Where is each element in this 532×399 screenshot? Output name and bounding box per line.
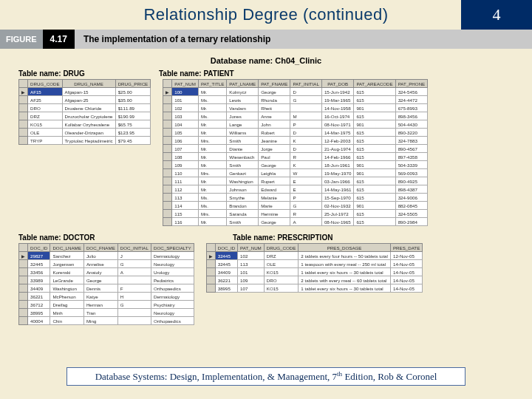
cell: 615 [354, 218, 395, 226]
column-header: PRES_DOSAGE [299, 244, 391, 252]
table-row: 101Ms.LewisRhondaG19-Mar-1965615324-4472 [163, 96, 428, 104]
table-row: 112Mr.JohnsonEdwardE14-May-1961615898-43… [163, 185, 428, 194]
cell: Paul [259, 153, 290, 161]
cell: 890-3220 [395, 129, 428, 137]
cell: Diante [227, 145, 259, 153]
cell: 615 [354, 210, 395, 218]
table-row: 33989LeGrandeGeorgePediatrics [19, 276, 194, 284]
prescription-table-label: Table name: PRESCRIPTION [233, 233, 332, 242]
cell: 897-4358 [395, 153, 428, 161]
cell: 38995 [215, 284, 237, 293]
cell: DRZ [264, 252, 299, 260]
cell: 40004 [28, 317, 50, 325]
cell: Genkazi [227, 169, 259, 177]
cell: Edward [259, 185, 290, 194]
cell: Druzocholar Cryptolene [62, 112, 115, 120]
cell: Smith [227, 161, 259, 169]
cell: Orthopaedics [151, 317, 194, 325]
cell: Neurology [151, 309, 194, 317]
patient-table-label: Table name: PATIENT [159, 69, 234, 78]
cell: E [290, 185, 322, 194]
figure-number: 4.17 [43, 30, 75, 49]
cell: 615 [354, 88, 395, 96]
cell: 615 [354, 153, 395, 161]
cell: Jorge [259, 145, 290, 153]
column-header: DRUG_PRICE [115, 80, 151, 88]
cell: 1 teaspoon with every meal -- 250 ml tot… [299, 260, 391, 268]
table-row: 36221109DRO2 tablets with every meal -- … [206, 276, 423, 284]
cell: 2 tablets every four hours -- 50 tablets… [299, 252, 391, 260]
cell: 33989 [28, 276, 50, 284]
table-row: 32445JorgensenAnneliseGNeurology [19, 260, 194, 268]
table-row: 103Ms.JonesAnneM16-Oct-1974615898-3456 [163, 112, 428, 120]
cell: Rupert [259, 177, 290, 185]
cell: 34409 [28, 284, 50, 293]
figure-label: FIGURE [0, 30, 43, 49]
cell: Chin [50, 317, 84, 325]
cell: 19-Mar-1965 [321, 96, 353, 104]
table-row: ▶100Mr.KolmyczGeorgeD15-Jun-1942615324-5… [163, 88, 428, 96]
table-row: DRODroalene Chloride$111.89 [19, 104, 151, 112]
cell: 113 [172, 194, 199, 202]
cell: Dermatology [151, 252, 194, 260]
cell [117, 276, 151, 284]
cell: $65.75 [115, 120, 151, 129]
cell: Mrs. [198, 137, 226, 145]
column-header: DOC_LNAME [50, 244, 84, 252]
cell: 116 [172, 218, 199, 226]
cell: 15-Sep-1970 [321, 194, 353, 202]
cell: G [117, 301, 151, 309]
cell: 114 [172, 202, 199, 210]
cell: Lewis [227, 96, 259, 104]
cell: 615 [354, 129, 395, 137]
cell: 38995 [28, 309, 50, 317]
column-header: PAT_INITIAL [290, 80, 322, 88]
cell: P [290, 120, 322, 129]
cell: Mr. [198, 177, 226, 185]
page-title: Relationship Degree (continued) [143, 5, 388, 24]
cell: $111.89 [115, 104, 151, 112]
cell: Ms. [198, 96, 226, 104]
cell: 324-5505 [395, 210, 428, 218]
cell: Washington [50, 284, 84, 293]
cell: Hermine [259, 210, 290, 218]
cell: 25-Jul-1972 [321, 210, 353, 218]
cell: 14-Nov-05 [390, 260, 422, 268]
cell: Vandam [227, 104, 259, 112]
cell: 32445 [215, 252, 237, 260]
cell: M [290, 112, 322, 120]
column-header: PAT_AREACODE [354, 80, 395, 88]
cell: 12-Nov-05 [390, 252, 422, 260]
cell: 106 [172, 137, 199, 145]
cell: Lange [227, 120, 259, 129]
cell: 115 [172, 210, 199, 218]
cell: $25.00 [115, 88, 151, 96]
cell: A [117, 268, 151, 276]
chapter-badge: 4 [461, 0, 532, 30]
cell: $123.95 [115, 129, 151, 137]
table-row: 115Mrs.SarandaHermineR25-Jul-1972615324-… [163, 210, 428, 218]
cell: Ms. [198, 202, 226, 210]
cell: 111 [172, 177, 199, 185]
cell: AF15 [28, 88, 63, 96]
table-row: 107Mr.DianteJorgeD21-Aug-1974615890-4567 [163, 145, 428, 153]
cell: $35.00 [115, 96, 151, 104]
cell: 901 [354, 120, 395, 129]
table-row: ▶29827SanchezJulioJDermatology [19, 252, 194, 260]
table-row: 34409101KO151 tablet every six hours -- … [206, 268, 423, 276]
cell: McPherson [50, 293, 84, 301]
table-row: 110Mrs.GenkaziLeighlaW19-May-1970901569-… [163, 169, 428, 177]
cell: 14-Nov-1958 [321, 104, 353, 112]
cell: 615 [354, 194, 395, 202]
cell: K [290, 137, 322, 145]
cell: Tran [83, 309, 117, 317]
cell: Wiesenbach [227, 153, 259, 161]
cell: 112 [172, 185, 199, 194]
cell: 12-Feb-2003 [321, 137, 353, 145]
cell: Kolmycz [227, 88, 259, 96]
column-header: DRUG_CODE [28, 80, 63, 88]
cell: 102 [238, 252, 265, 260]
cell: 324-4472 [395, 96, 428, 104]
cell: Sanchez [50, 252, 84, 260]
column-header: DOC_INITIAL [117, 244, 151, 252]
